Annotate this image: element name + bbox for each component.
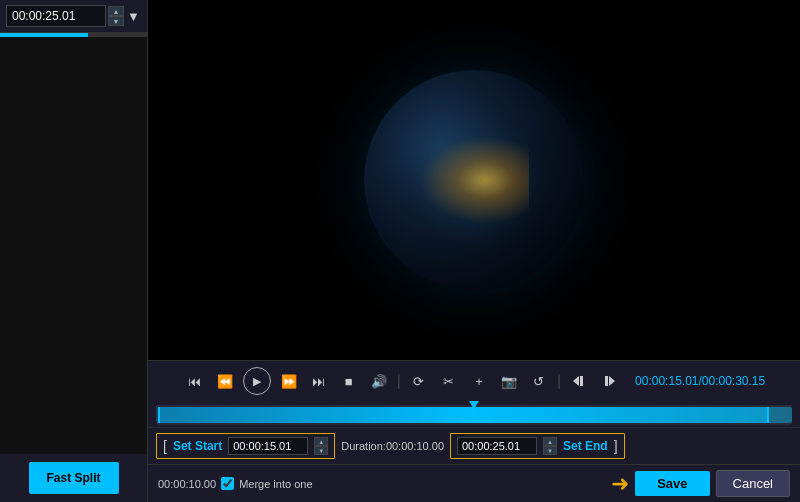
time-input-container: ▲ ▼ ▼ — [0, 0, 147, 33]
refresh-btn[interactable]: ↺ — [527, 369, 551, 393]
time-down-btn[interactable]: ▼ — [108, 16, 124, 26]
split-controls: [ Set Start ▲ ▼ Duration:00:00:10.00 ▲ ▼… — [148, 427, 800, 464]
sidebar: ▲ ▼ ▼ Fast Split — [0, 0, 148, 502]
bottom-time: 00:00:10.00 — [158, 478, 216, 490]
end-up-btn[interactable]: ▲ — [543, 437, 557, 446]
start-up-btn[interactable]: ▲ — [314, 437, 328, 446]
time-display: 00:00:15.01/00:00:30.15 — [635, 374, 765, 388]
duration-label: Duration:00:00:10.00 — [341, 440, 444, 452]
sidebar-thumbnail — [0, 37, 147, 454]
start-time-input[interactable] — [228, 437, 308, 455]
skip-forward-btn[interactable]: ⏭ — [307, 369, 331, 393]
end-down-btn[interactable]: ▼ — [543, 446, 557, 455]
fast-forward-btn[interactable]: ⏩ — [277, 369, 301, 393]
timeline-marker — [469, 401, 479, 409]
sidebar-time-input[interactable] — [6, 5, 106, 27]
svg-rect-3 — [605, 376, 608, 386]
end-time-input[interactable] — [457, 437, 537, 455]
sidebar-menu-btn[interactable]: ▼ — [126, 4, 141, 28]
merge-group: 00:00:10.00 Merge into one — [158, 477, 313, 490]
arrow-right-icon: ➜ — [611, 471, 629, 497]
earth-thumbnail — [364, 70, 584, 290]
set-start-group: [ Set Start ▲ ▼ — [156, 433, 335, 459]
time-up-btn[interactable]: ▲ — [108, 6, 124, 16]
controls-bar: ⏮ ⏪ ▶ ⏩ ⏭ ■ 🔊 | ⟳ ✂ + 📷 ↺ | 00:00:15.01/… — [148, 360, 800, 401]
merge-checkbox[interactable] — [221, 477, 234, 490]
sidebar-progress-bar — [0, 33, 147, 37]
volume-btn[interactable]: 🔊 — [367, 369, 391, 393]
timeline-track[interactable] — [156, 405, 792, 425]
earth-lights — [419, 136, 529, 224]
bottom-bar: 00:00:10.00 Merge into one ➜ Save Cancel — [148, 464, 800, 502]
snapshot-btn[interactable]: 📷 — [497, 369, 521, 393]
svg-marker-2 — [609, 376, 615, 386]
save-button[interactable]: Save — [635, 471, 709, 496]
set-end-group: ▲ ▼ Set End ] — [450, 433, 625, 459]
action-buttons: ➜ Save Cancel — [611, 470, 790, 497]
time-spinner: ▲ ▼ — [108, 6, 124, 26]
prev-frame-btn[interactable] — [567, 369, 591, 393]
add-btn[interactable]: + — [467, 369, 491, 393]
separator-1: | — [397, 372, 401, 390]
svg-marker-0 — [573, 376, 579, 386]
start-down-btn[interactable]: ▼ — [314, 446, 328, 455]
start-time-spinner: ▲ ▼ — [314, 437, 328, 455]
timeline-selection — [158, 407, 769, 423]
set-start-button[interactable]: Set Start — [173, 439, 222, 453]
set-end-button[interactable]: Set End — [563, 439, 608, 453]
fast-split-button[interactable]: Fast Split — [29, 462, 119, 494]
video-preview — [148, 0, 800, 360]
separator-2: | — [557, 372, 561, 390]
next-frame-btn[interactable] — [597, 369, 621, 393]
close-bracket: ] — [614, 438, 618, 454]
cancel-button[interactable]: Cancel — [716, 470, 790, 497]
clip-btn[interactable]: ✂ — [437, 369, 461, 393]
merge-label: Merge into one — [239, 478, 312, 490]
timeline-area — [148, 401, 800, 427]
svg-rect-1 — [580, 376, 583, 386]
loop-btn[interactable]: ⟳ — [407, 369, 431, 393]
play-btn[interactable]: ▶ — [243, 367, 271, 395]
content-area: ⏮ ⏪ ▶ ⏩ ⏭ ■ 🔊 | ⟳ ✂ + 📷 ↺ | 00:00:15.01/… — [148, 0, 800, 502]
open-bracket: [ — [163, 438, 167, 454]
skip-back-btn[interactable]: ⏮ — [183, 369, 207, 393]
sidebar-progress-fill — [0, 33, 88, 37]
stop-btn[interactable]: ■ — [337, 369, 361, 393]
rewind-btn[interactable]: ⏪ — [213, 369, 237, 393]
end-time-spinner: ▲ ▼ — [543, 437, 557, 455]
